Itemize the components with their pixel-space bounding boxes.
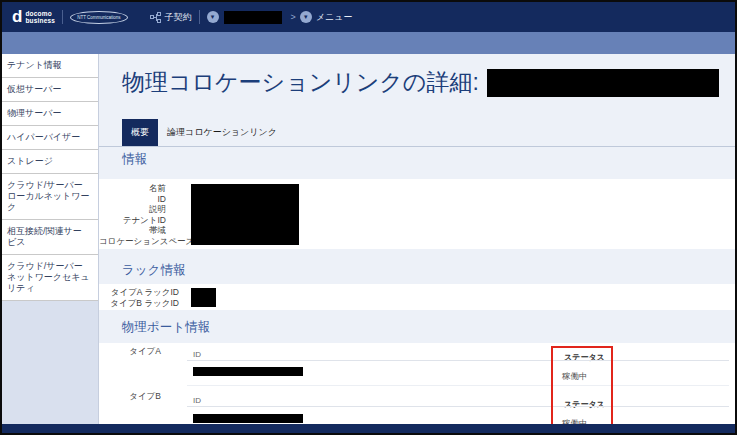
sidebar-item-interconnect[interactable]: 相互接続/関連サービス	[2, 220, 98, 255]
title-row: 物理コロケーションリンクの詳細:	[122, 67, 735, 98]
tab-logical-colocation-link[interactable]: 論理コロケーションリンク	[158, 119, 286, 146]
header-divider	[199, 10, 200, 24]
account-chevron-icon[interactable]: ▾	[207, 11, 219, 23]
footer-bar	[2, 424, 735, 433]
redacted-account-name	[224, 11, 282, 24]
sidebar-item-network-security[interactable]: クラウド/サーバー ネットワークセキュリティ	[2, 255, 98, 301]
app-header: d docomo business NTT Communications 子契約…	[2, 2, 735, 32]
redacted-port-a-id	[193, 367, 303, 376]
menu-chevron-icon[interactable]: ▾	[300, 11, 312, 23]
brand-line2: business	[25, 17, 55, 24]
page-title: 物理コロケーションリンクの詳細:	[122, 67, 479, 98]
menu-button[interactable]: メニュー	[316, 11, 353, 24]
port-a-id-header: ID	[193, 350, 201, 359]
info-label-colo-space: コロケーションスペース名	[99, 236, 166, 247]
page: d docomo business NTT Communications 子契約…	[0, 0, 737, 435]
info-label-tenant-id: テナントID	[99, 215, 166, 226]
info-label-name: 名前	[99, 183, 166, 194]
sidebar-item-storage[interactable]: ストレージ	[2, 150, 98, 174]
rack-label-type-b: タイプB ラックID	[99, 298, 179, 309]
sidebar-item-virtual-server[interactable]: 仮想サーバー	[2, 78, 98, 102]
rack-section-heading: ラック情報	[122, 262, 735, 279]
row-divider	[187, 406, 729, 407]
brand-line1: docomo	[25, 10, 55, 17]
sitemap-icon	[150, 12, 161, 23]
row-divider	[187, 385, 729, 386]
header-divider	[62, 10, 63, 24]
redacted-port-b-id	[193, 414, 303, 423]
status-highlight-annotation	[551, 346, 613, 424]
port-type-a-label: タイプA	[99, 346, 161, 358]
info-section-heading: 情報	[122, 151, 735, 168]
sidebar-item-physical-server[interactable]: 物理サーバー	[2, 102, 98, 126]
redacted-info-values	[191, 184, 299, 245]
ports-section-heading: 物理ポート情報	[122, 319, 735, 336]
rack-label-type-a: タイプA ラックID	[99, 287, 179, 298]
sub-contract-label: 子契約	[165, 11, 192, 24]
redacted-rack-ids	[191, 288, 216, 307]
info-label-id: ID	[99, 194, 166, 205]
brand-text: docomo business	[25, 10, 55, 24]
sidebar: テナント情報 仮想サーバー 物理サーバー ハイパーバイザー ストレージ クラウド…	[2, 54, 99, 424]
tab-overview[interactable]: 概要	[122, 119, 158, 146]
redacted-link-name	[487, 69, 719, 97]
info-label-description: 説明	[99, 204, 166, 215]
sidebar-item-tenant-info[interactable]: テナント情報	[2, 54, 98, 78]
rack-panel: タイプA ラックID タイプB ラックID	[99, 284, 735, 310]
port-type-b-label: タイプB	[99, 391, 161, 403]
breadcrumb-separator: >	[291, 12, 296, 22]
ntt-logo: NTT Communications	[70, 11, 127, 24]
tab-bar: 概要 論理コロケーションリンク	[99, 119, 735, 147]
sidebar-item-hypervisor[interactable]: ハイパーバイザー	[2, 126, 98, 150]
row-divider	[187, 360, 729, 361]
sidebar-item-local-network[interactable]: クラウド/サーバー ローカルネットワーク	[2, 174, 98, 220]
docomo-logo-icon: d	[12, 7, 22, 27]
main-content: 物理コロケーションリンクの詳細: 概要 論理コロケーションリンク 情報 名前 I…	[99, 54, 735, 424]
header-band	[2, 32, 735, 54]
info-label-bandwidth: 帯域	[99, 225, 166, 236]
info-panel: 名前 ID 説明 テナントID 帯域 コロケーションスペース名	[99, 179, 735, 249]
port-b-id-header: ID	[193, 396, 201, 405]
sub-contract-menu[interactable]: 子契約	[150, 11, 192, 24]
ports-panel: タイプA ID ステータス 稼働中 タイプB ID ステータス 稼働中	[99, 343, 735, 424]
